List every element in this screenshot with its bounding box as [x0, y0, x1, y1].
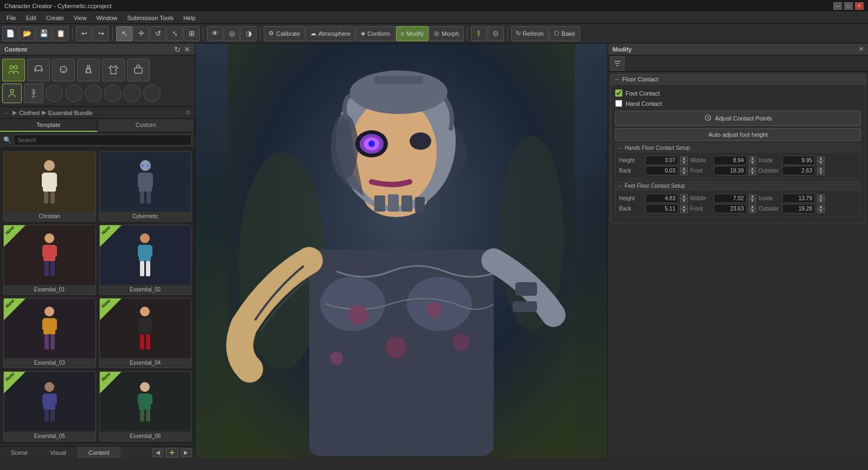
feet-middle-input[interactable] — [714, 194, 746, 203]
hands-middle-down[interactable]: ▼ — [749, 161, 756, 165]
filter-circle-4[interactable] — [104, 85, 122, 102]
feet-outsider-down[interactable]: ▼ — [817, 209, 825, 213]
person-icon-btn[interactable] — [2, 84, 22, 103]
feet-height-input[interactable] — [646, 194, 678, 203]
grid-item-essential01[interactable]: New Essential_01 — [3, 225, 96, 295]
scroll-right-btn[interactable]: ▶ — [181, 448, 192, 457]
menu-create[interactable]: Create — [42, 14, 68, 22]
eye-btn[interactable]: 👁 — [207, 26, 223, 41]
stick-figure-btn[interactable] — [24, 84, 43, 103]
foot-contact-checkbox[interactable] — [615, 90, 622, 97]
hands-height-input[interactable] — [646, 156, 678, 165]
filter-circle-6[interactable] — [143, 85, 161, 102]
save-as-btn[interactable]: 📋 — [53, 26, 69, 41]
bottom-tab-visual[interactable]: Visual — [39, 447, 78, 458]
clothing-icon-btn[interactable] — [102, 59, 125, 81]
bottom-tab-scene[interactable]: Scene — [0, 447, 39, 458]
save-btn[interactable]: 💾 — [36, 26, 52, 41]
characters-icon-btn[interactable] — [2, 59, 25, 81]
search-input[interactable] — [14, 135, 192, 145]
menu-window[interactable]: Window — [92, 14, 122, 22]
minimize-btn[interactable]: ─ — [833, 2, 842, 10]
grid-item-essential03[interactable]: New Essential_03 — [3, 298, 96, 368]
undo-btn[interactable]: ↩ — [76, 26, 92, 41]
menu-edit[interactable]: Edit — [22, 14, 41, 22]
scroll-left-btn[interactable]: ◀ — [152, 448, 163, 457]
feet-back-input[interactable] — [646, 204, 678, 213]
new-file-btn[interactable]: 📄 — [2, 26, 18, 41]
hands-back-down[interactable]: ▼ — [680, 171, 688, 175]
adjust-contact-btn[interactable]: Adjust Contact Points — [615, 111, 861, 126]
menu-help[interactable]: Help — [179, 14, 200, 22]
breadcrumb-back-icon[interactable]: ← — [4, 110, 10, 116]
hands-floor-header[interactable]: ─ Hands Floor Contact Setup — [616, 144, 860, 153]
filter-circle-3[interactable] — [85, 85, 102, 102]
feet-front-input[interactable] — [714, 204, 746, 213]
filter-circle-1[interactable] — [46, 85, 63, 102]
grid-item-christian[interactable]: Christian — [3, 151, 96, 221]
open-btn[interactable]: 📂 — [19, 26, 35, 41]
hands-inside-input[interactable] — [782, 156, 815, 165]
close-btn[interactable]: ✕ — [855, 2, 864, 10]
auto-adjust-btn[interactable]: Auto adjust foot height — [615, 128, 861, 141]
hands-front-input[interactable] — [714, 166, 746, 175]
accessories-icon-btn[interactable] — [127, 59, 150, 81]
head-icon-btn[interactable] — [52, 59, 75, 81]
center-viewport[interactable] — [195, 43, 608, 458]
calibrate-btn[interactable]: ⚙ Calibrate — [264, 26, 305, 41]
refresh-btn[interactable]: ↻ Refresh — [511, 26, 549, 41]
tab-custom[interactable]: Custom — [98, 119, 195, 132]
grid-item-essential05[interactable]: New Essential_05 — [3, 371, 96, 441]
menu-view[interactable]: View — [69, 14, 91, 22]
body-icon-btn[interactable] — [77, 59, 100, 81]
hands-middle-input[interactable] — [714, 156, 746, 165]
conform-btn[interactable]: ◈ Conform — [356, 26, 395, 41]
maximize-btn[interactable]: □ — [844, 2, 853, 10]
hands-back-input[interactable] — [646, 166, 678, 175]
filter-circle-2[interactable] — [65, 85, 82, 102]
grid-item-essential04[interactable]: New Essential_04 — [99, 298, 192, 368]
floor-contact-header[interactable]: ─ Floor Contact — [611, 74, 865, 85]
hands-outsider-input[interactable] — [782, 166, 815, 175]
feet-inside-down[interactable]: ▼ — [817, 199, 825, 203]
feet-inside-input[interactable] — [782, 194, 815, 203]
hands-inside-down[interactable]: ▼ — [817, 161, 825, 165]
feet-floor-header[interactable]: ─ Feet Floor Contact Setup — [616, 182, 860, 190]
feet-middle-down[interactable]: ▼ — [749, 199, 756, 203]
content-close-icon[interactable]: ✕ — [184, 45, 190, 54]
tab-template[interactable]: Template — [0, 119, 98, 132]
breadcrumb-essential-bundle[interactable]: Essential Bundle — [48, 110, 93, 116]
feet-outsider-input[interactable] — [782, 204, 815, 213]
hair-icon-btn[interactable] — [27, 59, 50, 81]
grid-item-essential02[interactable]: New Essential_02 — [99, 225, 192, 295]
hands-height-down[interactable]: ▼ — [680, 161, 688, 165]
bottom-tab-content[interactable]: Content — [78, 447, 121, 458]
figure-btn[interactable]: 🚶 — [471, 26, 487, 41]
feet-front-down[interactable]: ▼ — [749, 209, 756, 213]
menu-file[interactable]: File — [2, 14, 21, 22]
grid-item-cybernetic[interactable]: Cybernetic — [99, 151, 192, 221]
modify-filter-icon[interactable] — [610, 56, 624, 71]
filter-circle-5[interactable] — [124, 85, 141, 102]
camera-btn[interactable]: ◎ — [224, 26, 240, 41]
move-btn[interactable]: ✛ — [133, 26, 149, 41]
rotate-btn[interactable]: ↺ — [150, 26, 166, 41]
content-refresh-icon[interactable]: ↻ — [174, 45, 181, 54]
select-btn[interactable]: ↖ — [116, 26, 132, 41]
redo-btn[interactable]: ↪ — [93, 26, 109, 41]
modify-close-icon[interactable]: ✕ — [859, 46, 864, 53]
modify-btn[interactable]: ≡ Modify — [396, 26, 429, 41]
feet-back-down[interactable]: ▼ — [680, 209, 688, 213]
bake-btn[interactable]: ⬡ Bake — [549, 26, 580, 41]
morph-btn[interactable]: ◎ Morph — [429, 26, 463, 41]
settings-btn[interactable]: ⊙ — [488, 26, 504, 41]
atmosphere-btn[interactable]: ☁ Atmosphere — [305, 26, 355, 41]
grid-item-essential06[interactable]: New Essential_06 — [99, 371, 192, 441]
hands-outsider-down[interactable]: ▼ — [817, 171, 825, 175]
scale-btn[interactable]: ⤡ — [167, 26, 183, 41]
feet-height-down[interactable]: ▼ — [680, 199, 688, 203]
bc-options-icon[interactable]: ⊙ — [186, 109, 190, 116]
breadcrumb-clothed[interactable]: Clothed — [19, 110, 40, 116]
hands-front-down[interactable]: ▼ — [749, 171, 756, 175]
light-btn[interactable]: ◑ — [240, 26, 257, 41]
